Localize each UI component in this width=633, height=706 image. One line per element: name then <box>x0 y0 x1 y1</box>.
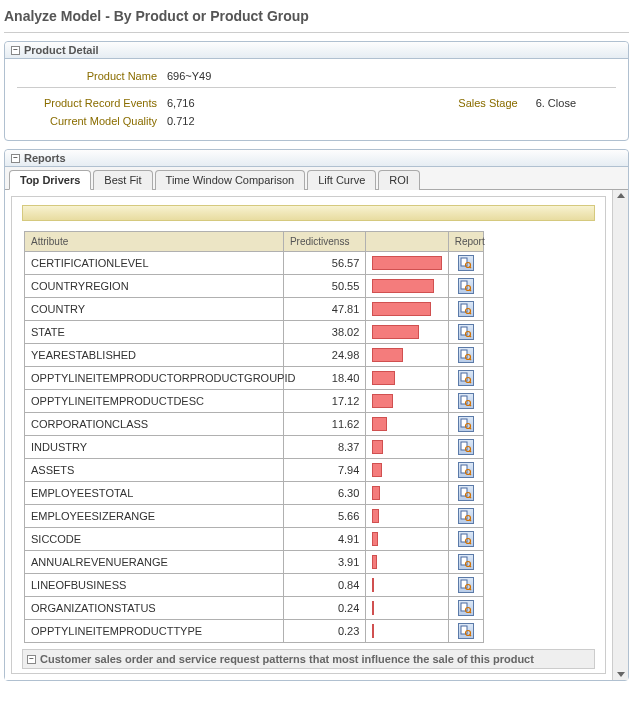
report-cell <box>448 459 483 482</box>
reports-tabs: Top DriversBest FitTime Window Compariso… <box>5 167 628 190</box>
table-row: ORGANIZATIONSTATUS0.24 <box>25 597 484 620</box>
report-cell <box>448 574 483 597</box>
attribute-cell: YEARESTABLISHED <box>25 344 284 367</box>
report-icon[interactable] <box>458 462 474 478</box>
report-icon[interactable] <box>458 324 474 340</box>
predictiveness-cell: 50.55 <box>283 275 365 298</box>
report-icon[interactable] <box>458 577 474 593</box>
record-events-label: Product Record Events <box>17 97 167 109</box>
svg-line-35 <box>469 520 471 522</box>
report-icon[interactable] <box>458 255 474 271</box>
bar-cell <box>366 321 448 344</box>
table-row: EMPLOYEESIZERANGE5.66 <box>25 505 484 528</box>
predictiveness-cell: 24.98 <box>283 344 365 367</box>
report-cell <box>448 390 483 413</box>
table-row: YEARESTABLISHED24.98 <box>25 344 484 367</box>
report-icon[interactable] <box>458 554 474 570</box>
report-icon[interactable] <box>458 600 474 616</box>
predictiveness-cell: 7.94 <box>283 459 365 482</box>
report-cell <box>448 275 483 298</box>
attribute-cell: INDUSTRY <box>25 436 284 459</box>
table-row: STATE38.02 <box>25 321 484 344</box>
col-predictiveness[interactable]: Predictivenss <box>283 232 365 252</box>
section-bar <box>22 205 595 221</box>
report-icon[interactable] <box>458 393 474 409</box>
table-row: ASSETS7.94 <box>25 459 484 482</box>
scroll-down-icon[interactable] <box>617 672 625 677</box>
tab-best-fit[interactable]: Best Fit <box>93 170 152 190</box>
attribute-cell: SICCODE <box>25 528 284 551</box>
bar-cell <box>366 298 448 321</box>
attribute-cell: OPPTYLINEITEMPRODUCTORPRODUCTGROUPID <box>25 367 284 390</box>
collapse-icon[interactable]: − <box>27 655 36 664</box>
tab-top-drivers[interactable]: Top Drivers <box>9 170 91 190</box>
report-cell <box>448 298 483 321</box>
svg-line-20 <box>469 405 471 407</box>
tab-time-window-comparison[interactable]: Time Window Comparison <box>155 170 306 190</box>
vertical-scrollbar[interactable] <box>612 190 628 680</box>
svg-line-38 <box>469 543 471 545</box>
predictiveness-cell: 8.37 <box>283 436 365 459</box>
bar-cell <box>366 505 448 528</box>
report-cell <box>448 367 483 390</box>
tab-roi[interactable]: ROI <box>378 170 420 190</box>
report-cell <box>448 436 483 459</box>
predictiveness-cell: 11.62 <box>283 413 365 436</box>
reports-header: − Reports <box>5 150 628 167</box>
tab-lift-curve[interactable]: Lift Curve <box>307 170 376 190</box>
table-row: COUNTRY47.81 <box>25 298 484 321</box>
predictiveness-cell: 56.57 <box>283 252 365 275</box>
report-icon[interactable] <box>458 623 474 639</box>
predictiveness-cell: 18.40 <box>283 367 365 390</box>
svg-line-8 <box>469 313 471 315</box>
report-cell <box>448 551 483 574</box>
product-detail-title: Product Detail <box>24 44 99 56</box>
scroll-up-icon[interactable] <box>617 193 625 198</box>
collapse-icon[interactable]: − <box>11 154 20 163</box>
bar-cell <box>366 344 448 367</box>
predictiveness-cell: 5.66 <box>283 505 365 528</box>
report-icon[interactable] <box>458 485 474 501</box>
report-icon[interactable] <box>458 531 474 547</box>
report-icon[interactable] <box>458 508 474 524</box>
report-icon[interactable] <box>458 439 474 455</box>
report-cell <box>448 597 483 620</box>
report-icon[interactable] <box>458 370 474 386</box>
table-row: OPPTYLINEITEMPRODUCTORPRODUCTGROUPID18.4… <box>25 367 484 390</box>
report-icon[interactable] <box>458 278 474 294</box>
report-cell <box>448 620 483 643</box>
svg-line-14 <box>469 359 471 361</box>
svg-line-44 <box>469 589 471 591</box>
report-cell <box>448 252 483 275</box>
sub-section-header[interactable]: − Customer sales order and service reque… <box>22 649 595 669</box>
svg-line-50 <box>469 635 471 637</box>
divider <box>17 87 616 88</box>
bar-cell <box>366 275 448 298</box>
col-report[interactable]: Report <box>448 232 483 252</box>
predictiveness-cell: 3.91 <box>283 551 365 574</box>
attribute-cell: LINEOFBUSINESS <box>25 574 284 597</box>
table-row: SICCODE4.91 <box>25 528 484 551</box>
report-cell <box>448 505 483 528</box>
attribute-cell: COUNTRYREGION <box>25 275 284 298</box>
sales-stage-label: Sales Stage <box>458 97 527 109</box>
predictiveness-cell: 47.81 <box>283 298 365 321</box>
report-cell <box>448 413 483 436</box>
attribute-cell: EMPLOYEESTOTAL <box>25 482 284 505</box>
col-attribute[interactable]: Attribute <box>25 232 284 252</box>
collapse-icon[interactable]: − <box>11 46 20 55</box>
product-detail-header: − Product Detail <box>5 42 628 59</box>
bar-cell <box>366 574 448 597</box>
attribute-cell: EMPLOYEESIZERANGE <box>25 505 284 528</box>
table-row: ANNUALREVENUERANGE3.91 <box>25 551 484 574</box>
svg-line-11 <box>469 336 471 338</box>
report-icon[interactable] <box>458 301 474 317</box>
attribute-cell: CERTIFICATIONLEVEL <box>25 252 284 275</box>
report-cell <box>448 321 483 344</box>
report-icon[interactable] <box>458 416 474 432</box>
attribute-cell: ASSETS <box>25 459 284 482</box>
table-row: CORPORATIONCLASS11.62 <box>25 413 484 436</box>
svg-line-47 <box>469 612 471 614</box>
model-quality-label: Current Model Quality <box>17 115 167 127</box>
report-icon[interactable] <box>458 347 474 363</box>
